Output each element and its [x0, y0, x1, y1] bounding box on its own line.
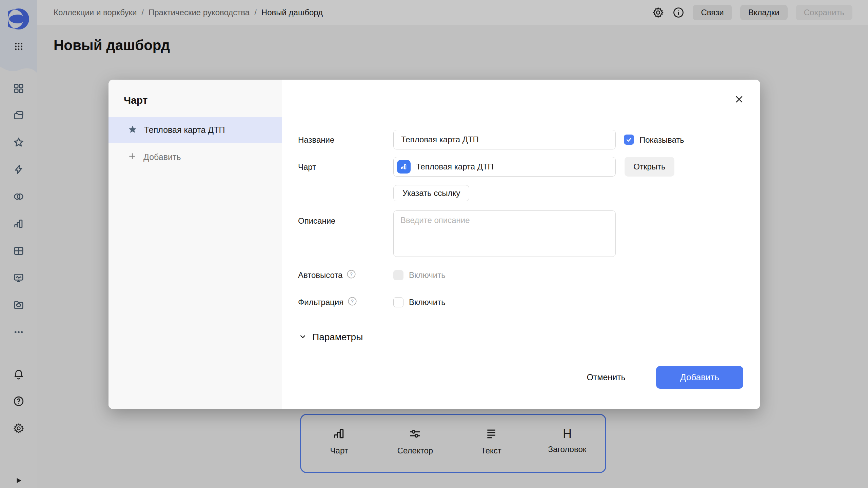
parameters-section-label: Параметры [312, 332, 363, 343]
filtering-toggle-label: Включить [409, 297, 446, 307]
chart-widget-dialog: Чарт Тепловая карта ДТП Добавить Названи… [108, 80, 760, 409]
close-icon[interactable] [733, 93, 745, 105]
add-tab-button[interactable]: Добавить [108, 147, 282, 167]
check-icon [626, 136, 632, 143]
svg-text:?: ? [351, 299, 354, 304]
parameters-section-toggle[interactable]: Параметры [298, 332, 363, 343]
open-chart-button[interactable]: Открыть [625, 157, 674, 177]
description-field-label: Описание [298, 216, 335, 226]
filtering-checkbox[interactable] [393, 297, 403, 307]
chevron-down-icon [298, 332, 308, 343]
chart-type-icon [397, 160, 411, 174]
cancel-button[interactable]: Отменить [581, 368, 631, 387]
chart-tab-item[interactable]: Тепловая карта ДТП [108, 117, 282, 143]
autoheight-checkbox[interactable] [393, 270, 403, 280]
dialog-tabs-panel: Чарт Тепловая карта ДТП Добавить [108, 80, 282, 409]
chart-field-label: Чарт [298, 162, 316, 172]
chart-select-input[interactable]: Тепловая карта ДТП [393, 157, 616, 177]
show-title-checkbox[interactable] [624, 135, 634, 145]
help-icon[interactable]: ? [347, 269, 356, 281]
filtering-field-label: Фильтрация ? [298, 297, 357, 307]
show-title-label: Показывать [639, 135, 684, 145]
chart-tab-label: Тепловая карта ДТП [144, 125, 225, 135]
name-input[interactable] [393, 130, 616, 149]
chart-select-value: Тепловая карта ДТП [416, 162, 494, 171]
add-tab-label: Добавить [143, 152, 181, 162]
star-icon [128, 125, 137, 136]
description-textarea[interactable] [393, 210, 616, 257]
autoheight-field-label: Автовысота ? [298, 270, 356, 280]
name-field-label: Название [298, 135, 334, 145]
plus-icon [128, 152, 137, 162]
autoheight-toggle-label: Включить [409, 270, 446, 280]
add-button[interactable]: Добавить [656, 366, 743, 389]
dialog-title: Чарт [124, 95, 147, 106]
svg-text:?: ? [350, 271, 353, 277]
help-icon[interactable]: ? [348, 297, 357, 308]
specify-link-button[interactable]: Указать ссылку [393, 185, 469, 201]
